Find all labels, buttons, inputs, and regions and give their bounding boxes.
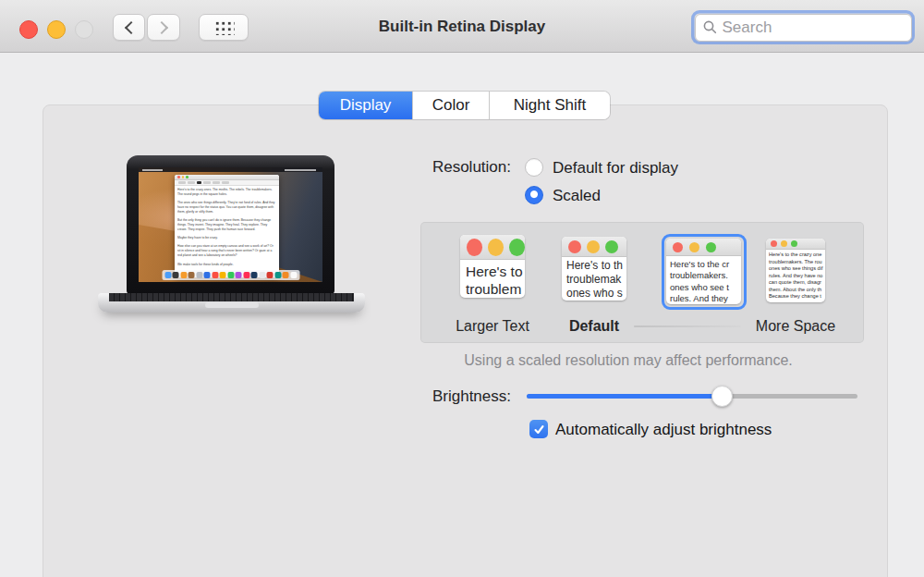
macbook-base (98, 293, 365, 313)
scale-divider-line (634, 325, 741, 327)
brightness-slider[interactable] (527, 394, 857, 399)
search-input[interactable] (723, 18, 880, 37)
brightness-fill (527, 394, 722, 399)
macbook-document-text: Here's to the crazy ones. The misfits. T… (177, 188, 276, 266)
macbook-screen: Here's to the crazy ones. The misfits. T… (139, 167, 322, 282)
thumb-titlebar (766, 239, 825, 250)
brightness-knob[interactable] (711, 386, 733, 407)
macbook-lid-notch (205, 302, 259, 308)
scale-option-more-space[interactable]: Here's to the crazy one troublemakers. T… (766, 239, 825, 302)
tab-bar: Display Color Night Shift (319, 92, 610, 119)
thumb-text: Here's to the crazy one troublemakers. T… (766, 250, 825, 301)
thumb-titlebar (460, 235, 525, 260)
label-larger-text: Larger Text (456, 318, 529, 335)
tab-color[interactable]: Color (413, 92, 490, 119)
radio-default-label[interactable]: Default for display (553, 159, 678, 178)
thumb-titlebar (562, 237, 626, 257)
checkmark-icon (533, 424, 545, 436)
macbook-menubar (139, 167, 322, 172)
scale-option-larger-text[interactable]: Here's to troublem (460, 235, 525, 298)
auto-brightness-checkbox[interactable] (529, 420, 548, 438)
radio-scaled[interactable] (525, 186, 543, 204)
thumb-text: Here's to th troublemak ones who s (562, 257, 626, 301)
macbook-lid: Here's to the crazy ones. The misfits. T… (127, 155, 334, 294)
scaled-resolution-note: Using a scaled resolution may affect per… (397, 352, 859, 369)
thumb-text: Here's to the cr troublemakers. ones who… (666, 256, 741, 304)
scale-option-default[interactable]: Here's to the cr troublemakers. ones who… (666, 239, 741, 304)
search-icon (703, 20, 717, 34)
brightness-label: Brightness: (370, 387, 511, 406)
mini-zoom-icon (186, 176, 188, 178)
macbook-textedit-window: Here's to the crazy ones. The misfits. T… (175, 175, 279, 277)
thumb-text: Here's to troublem (460, 260, 525, 298)
macbook-document: Here's to the crazy ones. The misfits. T… (175, 186, 279, 277)
auto-brightness-label[interactable]: Automatically adjust brightness (555, 421, 772, 439)
dock (162, 270, 299, 280)
tab-display[interactable]: Display (319, 92, 413, 119)
macbook-keyboard (109, 293, 354, 301)
tab-night-shift[interactable]: Night Shift (490, 92, 610, 119)
label-default: Default (569, 318, 619, 335)
search-field-focus-ring (691, 10, 915, 44)
mini-close-icon (177, 176, 180, 178)
label-more-space: More Space (756, 318, 835, 335)
resolution-label: Resolution: (388, 158, 511, 177)
scale-option-default-selected-ring: Here's to the cr troublemakers. ones who… (662, 234, 747, 310)
search-field[interactable] (695, 14, 912, 42)
system-preferences-window: Built-in Retina Display Display Color Ni… (0, 0, 924, 577)
radio-scaled-label[interactable]: Scaled (553, 187, 601, 205)
mini-minimize-icon (182, 176, 185, 178)
thumb-titlebar (666, 239, 741, 256)
radio-default-for-display[interactable] (525, 158, 543, 177)
scale-option-larger[interactable]: Here's to th troublemak ones who s (562, 237, 626, 301)
title-bar: Built-in Retina Display (0, 0, 924, 53)
